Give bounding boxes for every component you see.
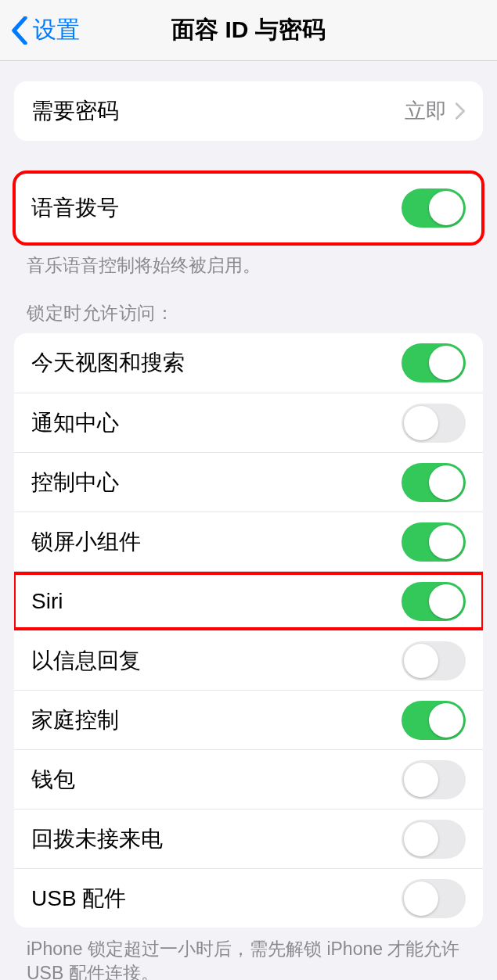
voice-dial-note: 音乐语音控制将始终被启用。 <box>0 244 497 278</box>
lock-access-toggle[interactable] <box>402 760 466 799</box>
row-voice-dial: 语音拨号 <box>14 172 483 244</box>
lock-access-label: USB 配件 <box>31 884 402 914</box>
group-voice-dial: 语音拨号 <box>14 172 483 244</box>
require-passcode-value: 立即 <box>405 97 447 125</box>
back-button[interactable]: 设置 <box>0 14 80 46</box>
row-lock-access: 家庭控制 <box>14 690 483 749</box>
lock-access-toggle[interactable] <box>402 641 466 680</box>
row-lock-access: 钱包 <box>14 749 483 809</box>
row-lock-access: 今天视图和搜索 <box>14 333 483 393</box>
lock-access-label: 以信息回复 <box>31 646 402 676</box>
nav-bar: 设置 面容 ID 与密码 <box>0 0 497 61</box>
lock-access-label: 回拨未接来电 <box>31 824 402 854</box>
lock-access-toggle[interactable] <box>402 582 466 621</box>
lock-access-label: 控制中心 <box>31 468 402 497</box>
lock-access-label: 锁屏小组件 <box>31 527 402 557</box>
row-lock-access: 回拨未接来电 <box>14 809 483 868</box>
lock-access-label: 今天视图和搜索 <box>31 348 402 378</box>
lock-access-label: 家庭控制 <box>31 705 402 735</box>
row-lock-access: Siri <box>14 571 483 630</box>
require-passcode-label: 需要密码 <box>31 96 405 126</box>
row-require-passcode[interactable]: 需要密码 立即 <box>14 81 483 141</box>
chevron-right-icon <box>455 102 466 120</box>
lock-access-footer: iPhone 锁定超过一小时后，需先解锁 iPhone 才能允许 USB 配件连… <box>0 928 497 980</box>
voice-dial-label: 语音拨号 <box>31 193 402 223</box>
lock-access-label: 通知中心 <box>31 408 402 438</box>
lock-access-label: 钱包 <box>31 765 402 795</box>
back-label: 设置 <box>33 14 80 46</box>
lock-access-header: 锁定时允许访问： <box>0 278 497 332</box>
row-lock-access: 锁屏小组件 <box>14 512 483 571</box>
lock-access-label: Siri <box>31 589 402 614</box>
row-lock-access: 通知中心 <box>14 393 483 452</box>
lock-access-toggle[interactable] <box>402 879 466 918</box>
lock-access-toggle[interactable] <box>402 343 466 382</box>
row-lock-access: 以信息回复 <box>14 630 483 690</box>
lock-access-toggle[interactable] <box>402 820 466 859</box>
row-lock-access: USB 配件 <box>14 868 483 928</box>
lock-access-toggle[interactable] <box>402 463 466 502</box>
voice-dial-toggle[interactable] <box>402 188 466 228</box>
chevron-left-icon <box>11 16 28 45</box>
group-require-passcode: 需要密码 立即 <box>14 81 483 141</box>
lock-access-toggle[interactable] <box>402 701 466 740</box>
row-lock-access: 控制中心 <box>14 452 483 512</box>
lock-access-toggle[interactable] <box>402 522 466 562</box>
group-lock-access: 今天视图和搜索通知中心控制中心锁屏小组件Siri以信息回复家庭控制钱包回拨未接来… <box>14 333 483 928</box>
lock-access-toggle[interactable] <box>402 404 466 443</box>
